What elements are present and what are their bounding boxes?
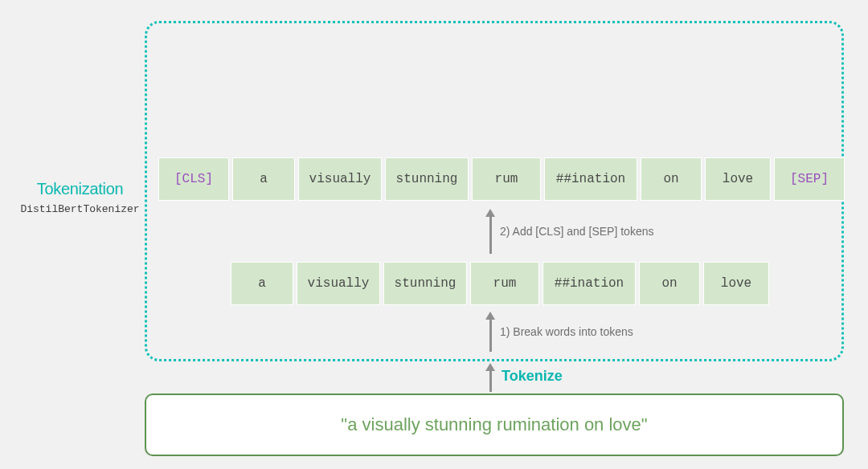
arrow-tokenize: [485, 363, 495, 392]
arrow-shaft-icon: [489, 217, 492, 254]
token: rum: [470, 262, 539, 305]
tokens-row-plain: avisuallystunningrum##inationonlove: [231, 262, 769, 305]
token: a: [232, 157, 295, 201]
token: visually: [298, 157, 382, 201]
token-special: [SEP]: [774, 157, 845, 201]
token: a: [231, 262, 293, 305]
token: stunning: [383, 262, 467, 305]
token: on: [639, 262, 700, 305]
tokenization-label: Tokenization DistilBertTokenizer: [18, 180, 142, 215]
tokenize-label: Tokenize: [502, 368, 563, 385]
token: love: [703, 262, 769, 305]
arrow-shaft-icon: [489, 371, 492, 392]
token-special: [CLS]: [158, 157, 229, 201]
arrow-head-icon: [485, 363, 495, 371]
token: ##ination: [544, 157, 637, 201]
arrow-head-icon: [485, 209, 495, 217]
token: love: [705, 157, 771, 201]
arrow-step1: 1) Break words into tokens: [485, 312, 495, 352]
token: visually: [297, 262, 380, 305]
arrow-step2: 2) Add [CLS] and [SEP] tokens: [485, 209, 495, 254]
input-sentence-box: "a visually stunning rumination on love": [145, 394, 844, 456]
tokenizer-class: DistilBertTokenizer: [18, 203, 142, 215]
token: rum: [472, 157, 541, 201]
input-sentence: "a visually stunning rumination on love": [341, 414, 647, 435]
tokenization-title: Tokenization: [18, 180, 142, 198]
arrow-head-icon: [485, 312, 495, 320]
token: stunning: [385, 157, 469, 201]
token: ##ination: [542, 262, 636, 305]
token: on: [641, 157, 702, 201]
step2-label: 2) Add [CLS] and [SEP] tokens: [500, 225, 653, 238]
tokens-row-with-special: [CLS]avisuallystunningrum##inationonlove…: [158, 157, 845, 201]
arrow-shaft-icon: [489, 320, 492, 352]
step1-label: 1) Break words into tokens: [500, 325, 633, 338]
